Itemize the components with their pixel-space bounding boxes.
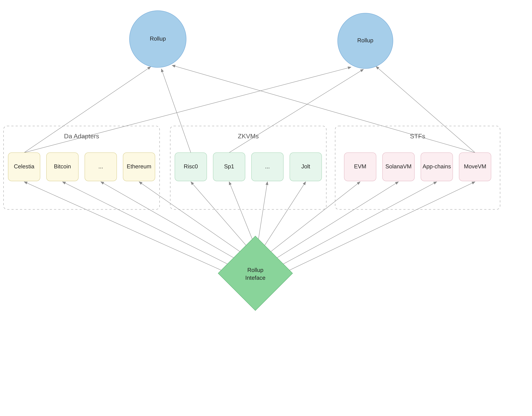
group-da-title: Da Adapters [64, 133, 99, 140]
item-zkvms-2-label: ... [265, 163, 270, 170]
item-stfs-1-label: SolanaVM [385, 163, 412, 170]
rollup-interface-node [218, 236, 293, 310]
arrow-stfs-to-rollup-right [376, 66, 475, 153]
item-zkvms-0-label: Risc0 [184, 163, 198, 170]
arrow-interface-to-item-11 [290, 182, 475, 270]
arrow-interface-to-item-5 [229, 182, 252, 239]
item-stfs-2-label: App-chains [423, 163, 451, 170]
architecture-diagram: Da AdaptersCelestiaBitcoin...EthereumZKV… [0, 0, 532, 316]
item-zkvms-1-label: Sp1 [224, 163, 234, 170]
item-da-3-label: Ethereum [127, 163, 151, 170]
arrow-interface-to-item-8 [271, 182, 360, 252]
arrow-interface-to-item-0 [24, 182, 221, 270]
arrow-interface-to-item-2 [101, 182, 234, 258]
arrow-zkvms-to-rollup-left [162, 69, 191, 153]
item-zkvms-3-label: Jolt [301, 163, 310, 170]
item-da-1-label: Bitcoin [54, 163, 71, 170]
arrow-zkvms-to-rollup-right [229, 69, 363, 153]
rollup-node-left-label: Rollup [150, 35, 166, 42]
arrow-interface-to-item-6 [258, 182, 267, 239]
arrow-interface-to-item-7 [265, 182, 306, 245]
arrow-interface-to-item-9 [277, 182, 399, 258]
item-stfs-0-label: EVM [354, 163, 366, 170]
group-zkvms-title: ZKVMs [238, 133, 259, 140]
arrow-stfs-to-rollup-left [172, 65, 475, 153]
rollup-node-right-label: Rollup [357, 37, 373, 43]
item-stfs-3-label: MoveVM [464, 163, 486, 170]
arrow-interface-to-item-3 [139, 182, 240, 252]
arrow-interface-to-item-4 [191, 182, 246, 245]
arrow-da-to-rollup-right [24, 67, 351, 153]
item-da-0-label: Celestia [14, 163, 34, 170]
arrow-interface-to-item-1 [62, 182, 228, 264]
group-stfs-title: STFs [410, 133, 425, 140]
rollup-interface-label-1: Rollup [247, 267, 263, 273]
arrow-da-to-rollup-left [24, 67, 151, 153]
rollup-interface-label-2: Inteface [245, 275, 266, 281]
arrow-interface-to-item-10 [283, 182, 437, 264]
item-da-2-label: ... [98, 163, 103, 170]
